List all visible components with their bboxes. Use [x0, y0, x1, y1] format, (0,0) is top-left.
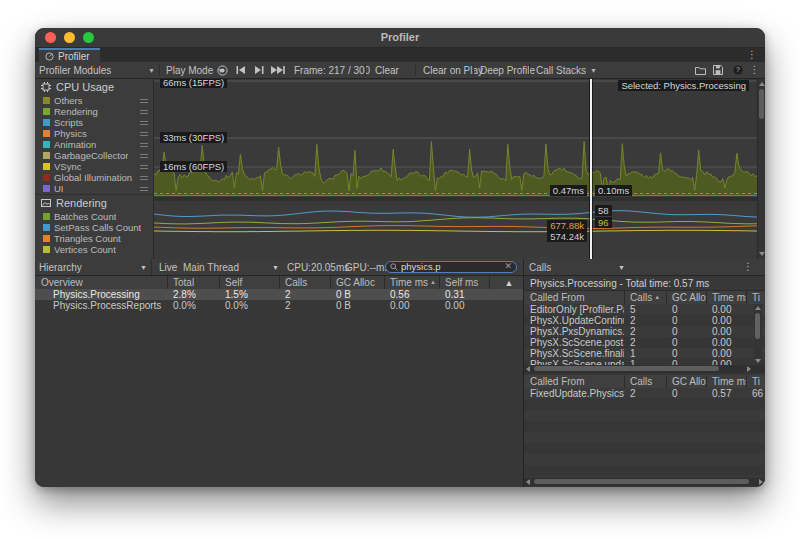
- table-row[interactable]: PhysX.UpdateContinuatio 2 0 0.00: [524, 315, 765, 326]
- record-button[interactable]: [215, 62, 230, 78]
- drag-handle-icon[interactable]: [140, 110, 148, 114]
- current-frame-button[interactable]: [269, 62, 287, 78]
- search-box[interactable]: ✕: [385, 261, 517, 273]
- rendering-legend-item[interactable]: Vertices Count: [35, 244, 153, 255]
- column-self-ms[interactable]: Self ms: [439, 276, 489, 289]
- cpu-legend-item[interactable]: GarbageCollector: [35, 150, 153, 161]
- column-time-pct[interactable]: Ti: [746, 375, 765, 388]
- chart-canvas[interactable]: 66ms (15FPS) 33ms (30FPS) 16ms (60FPS) S…: [154, 79, 757, 259]
- scroll-right-icon[interactable]: [747, 366, 751, 372]
- column-gc-alloc[interactable]: GC Alloc: [666, 375, 706, 388]
- rendering-legend-item[interactable]: Triangles Count: [35, 233, 153, 244]
- help-button[interactable]: ?: [730, 62, 745, 78]
- toolbar-menu-button[interactable]: ⋮: [747, 62, 762, 78]
- column-called-from[interactable]: Called From: [524, 375, 624, 388]
- column-gc-alloc[interactable]: GC Alloc: [666, 291, 706, 304]
- rendering-module[interactable]: Rendering Batches Count SetPass Calls Co…: [35, 194, 153, 255]
- cpu-legend-item[interactable]: UI: [35, 183, 153, 194]
- hierarchy-table-header: Overview Total Self Calls GC Alloc Time …: [35, 276, 523, 290]
- column-time-ms[interactable]: Time ms▲: [384, 276, 439, 289]
- rendering-stats-chart[interactable]: [154, 201, 757, 259]
- cpu-legend-item[interactable]: Scripts: [35, 117, 153, 128]
- live-toggle[interactable]: Live: [159, 259, 177, 275]
- cpu-legend-item[interactable]: Others: [35, 95, 153, 106]
- clear-search-icon[interactable]: ✕: [504, 262, 512, 271]
- scroll-right-icon[interactable]: [759, 479, 763, 485]
- cpu-legend-item[interactable]: Physics: [35, 128, 153, 139]
- cpu-legend-item[interactable]: VSync: [35, 161, 153, 172]
- tab-profiler[interactable]: Profiler: [39, 48, 100, 62]
- table-row[interactable]: PhysX.PxsDynamics.creat 2 0 0.00: [524, 326, 765, 337]
- drag-handle-icon[interactable]: [140, 121, 148, 125]
- column-total[interactable]: Total: [167, 276, 219, 289]
- thread-dropdown[interactable]: Main Thread ▼: [183, 259, 279, 275]
- rendering-legend-item[interactable]: Batches Count: [35, 211, 153, 222]
- drag-handle-icon[interactable]: [140, 154, 148, 158]
- column-calls[interactable]: Calls▲: [624, 291, 666, 304]
- scrollbar-thumb[interactable]: [759, 89, 764, 119]
- cpu-legend-item[interactable]: Animation: [35, 139, 153, 150]
- playhead[interactable]: [590, 79, 592, 259]
- table-row[interactable]: Physics.Processing 2.8% 1.5% 2 0 B 0.56 …: [35, 289, 523, 300]
- search-input[interactable]: [401, 261, 501, 272]
- window-titlebar[interactable]: Profiler: [35, 28, 765, 48]
- drag-handle-icon[interactable]: [140, 132, 148, 136]
- table-row[interactable]: EditorOnly [Profiler.ParseT 5 0 0.00: [524, 304, 765, 315]
- profiler-modules-dropdown[interactable]: Profiler Modules ▼: [39, 62, 157, 78]
- call-stacks-dropdown[interactable]: Call Stacks ▼: [532, 62, 601, 78]
- called-from-scrollbar[interactable]: [754, 304, 762, 365]
- details-menu-button[interactable]: ⋮: [743, 262, 753, 272]
- frame-counter: Frame: 217 / 300: [294, 62, 370, 78]
- column-self[interactable]: Self: [219, 276, 279, 289]
- table-row[interactable]: PhysX.ScScene.postSolve 2 0 0.00: [524, 337, 765, 348]
- column-called-from[interactable]: Called From: [524, 291, 624, 304]
- scrollbar-thumb[interactable]: [755, 313, 760, 339]
- scroll-up-icon[interactable]: [755, 306, 761, 310]
- scroll-up-icon[interactable]: [759, 82, 765, 86]
- column-calls[interactable]: Calls: [624, 375, 666, 388]
- table-row[interactable]: FixedUpdate.PhysicsFixec 2 0 0.57 66: [524, 388, 765, 399]
- cpu-usage-module[interactable]: CPU Usage Others Rendering: [35, 79, 153, 194]
- table-row[interactable]: Physics.ProcessReports 0.0% 0.0% 2 0 B 0…: [35, 300, 523, 311]
- cpu-tooltip-left: 0.47ms: [550, 185, 587, 196]
- drag-handle-icon[interactable]: [140, 165, 148, 169]
- next-frame-button[interactable]: [251, 62, 266, 78]
- scroll-down-icon[interactable]: [759, 252, 765, 256]
- scroll-down-icon[interactable]: [755, 359, 761, 363]
- drag-handle-icon[interactable]: [140, 99, 148, 103]
- cpu-legend-item[interactable]: Rendering: [35, 106, 153, 117]
- scrollbar-thumb[interactable]: [534, 479, 749, 484]
- column-overview[interactable]: Overview: [35, 276, 167, 289]
- column-calls[interactable]: Calls: [279, 276, 330, 289]
- calls-to-hscrollbar[interactable]: [524, 478, 765, 486]
- column-time-pct[interactable]: Ti: [746, 291, 765, 304]
- drag-handle-icon[interactable]: [140, 176, 148, 180]
- rendering-legend-item[interactable]: SetPass Calls Count: [35, 222, 153, 233]
- rendering-header[interactable]: Rendering: [35, 195, 153, 211]
- prev-frame-button[interactable]: [233, 62, 248, 78]
- charts-scrollbar[interactable]: [757, 79, 765, 259]
- column-time-ms[interactable]: Time ms: [706, 291, 746, 304]
- cpu-legend-item[interactable]: Global Illumination: [35, 172, 153, 183]
- cpu-usage-chart[interactable]: [154, 79, 757, 197]
- details-view-dropdown[interactable]: Calls ▼: [529, 259, 625, 275]
- rendering-image-icon: [41, 198, 51, 208]
- scroll-left-icon[interactable]: [526, 366, 530, 372]
- tabbar-menu-button[interactable]: ⋮: [747, 50, 757, 60]
- scrollbar-thumb[interactable]: [534, 366, 719, 371]
- view-mode-dropdown[interactable]: Hierarchy ▼: [39, 259, 152, 275]
- column-gc-alloc[interactable]: GC Alloc: [330, 276, 384, 289]
- load-profile-button[interactable]: [693, 62, 708, 78]
- column-time-ms[interactable]: Time ms▲: [706, 375, 746, 388]
- clear-button[interactable]: Clear: [371, 62, 403, 78]
- save-profile-button[interactable]: [710, 62, 725, 78]
- drag-handle-icon[interactable]: [140, 143, 148, 147]
- cpu-usage-header[interactable]: CPU Usage: [35, 79, 153, 95]
- called-from-hscrollbar[interactable]: [524, 365, 765, 373]
- rendering-legend: Batches Count SetPass Calls Count Triang…: [35, 211, 153, 255]
- drag-handle-icon[interactable]: [140, 187, 148, 191]
- table-row[interactable]: PhysX.ScScene.finalizatic 1 0 0.00: [524, 348, 765, 359]
- scroll-left-icon[interactable]: [526, 479, 530, 485]
- sort-order-button[interactable]: ▲: [489, 276, 523, 289]
- save-floppy-icon: [713, 65, 723, 75]
